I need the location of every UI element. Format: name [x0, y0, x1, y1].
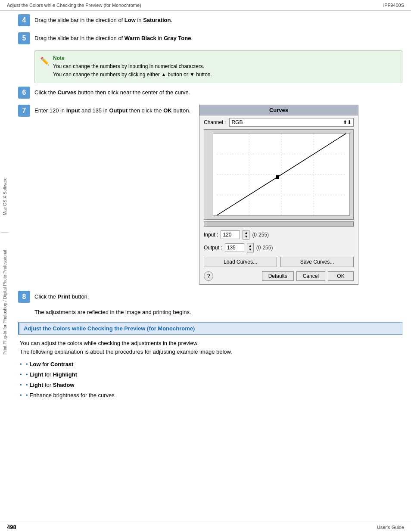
step-7-badge: 7	[18, 105, 30, 117]
left-sidebar: Mac OS X Software Print Plug-In for Phot…	[0, 17, 9, 515]
main-content: 4 Drag the slide bar in the direction of…	[9, 11, 411, 410]
section-intro-2: The following explanation is about the p…	[20, 348, 401, 357]
step-4-bold2: Saturation	[143, 17, 171, 23]
save-curves-button[interactable]: Save Curves...	[280, 257, 354, 267]
step-5-bold2: Gray Tone	[164, 35, 191, 41]
step-4-row: 4 Drag the slide bar in the direction of…	[18, 14, 402, 26]
input-spinner[interactable]: ▲▼	[243, 230, 249, 240]
bullet-item-4: •Enhance brightness for the curves	[20, 391, 401, 400]
ok-button[interactable]: OK	[328, 271, 354, 281]
step-7-bold3: OK	[163, 107, 172, 114]
step-5-bold1: Warm Black	[125, 35, 156, 41]
footer-right: User's Guide	[377, 525, 404, 530]
step-7-right: Curves Channel : RGB ⬆⬇	[199, 105, 358, 285]
step-6-bold1: Curves	[57, 89, 76, 96]
note-box: ✏️ Note You can change the numbers by in…	[34, 50, 402, 83]
section-header: Adjust the Colors while Checking the Pre…	[18, 322, 402, 335]
curves-footer-buttons: Defaults Cancel OK	[262, 271, 354, 281]
input-field[interactable]	[221, 230, 240, 239]
output-label: Output :	[204, 245, 222, 251]
top-bar-right: iPF9400S	[383, 3, 404, 8]
step-7-text: Enter 120 in Input and 135 in Output the…	[34, 105, 190, 115]
bottom-bar: 498 User's Guide	[0, 522, 411, 532]
output-range: (0-255)	[256, 245, 273, 251]
curves-channel-arrow: ⬆⬇	[343, 119, 352, 125]
load-curves-button[interactable]: Load Curves...	[204, 257, 277, 267]
step-8-text: Click the Print button.	[34, 291, 89, 301]
step-5-badge: 5	[18, 32, 30, 44]
output-field[interactable]	[225, 243, 244, 252]
step-8-row: 8 Click the Print button.	[18, 291, 402, 303]
curves-graph-svg	[213, 134, 349, 215]
step-6-badge: 6	[18, 87, 30, 99]
note-content: Note You can change the numbers by input…	[53, 54, 212, 79]
curves-load-save-row: Load Curves... Save Curves...	[199, 254, 358, 270]
input-range: (0-255)	[252, 232, 269, 238]
step-7-left: 7 Enter 120 in Input and 135 in Output t…	[18, 105, 190, 123]
note-icon: ✏️	[40, 55, 50, 68]
curves-input-row: Input : ▲▼ (0-255)	[199, 228, 358, 241]
curves-dialog: Curves Channel : RGB ⬆⬇	[199, 105, 358, 285]
top-bar-left: Adjust the Colors while Checking the Pre…	[7, 3, 141, 8]
curves-graph-area[interactable]	[204, 129, 354, 220]
curves-channel-row: Channel : RGB ⬆⬇	[199, 115, 358, 129]
curves-channel-value: RGB	[231, 119, 243, 125]
step-6-text: Click the Curves button then click near …	[34, 87, 190, 97]
bullet-list: •Low for Contrast •Light for Highlight •…	[20, 360, 401, 400]
bullet-item-1: •Low for Contrast	[20, 360, 401, 369]
curves-channel-label: Channel :	[204, 119, 226, 125]
section-body: You can adjust the colors while checking…	[18, 339, 402, 400]
step-7-bold2: Output	[109, 107, 128, 114]
step-7-bold1: Input	[66, 107, 80, 114]
step-8-subtext: The adjustments are reflected in the ima…	[34, 309, 402, 315]
curves-graph-inner	[213, 133, 350, 216]
sidebar-divider	[1, 232, 9, 233]
step-4-bold1: Low	[125, 17, 136, 23]
curves-output-row: Output : ▲▼ (0-255)	[199, 241, 358, 254]
sidebar-text-1: Mac OS X Software	[3, 177, 7, 215]
step-5-text: Drag the slide bar in the direction of W…	[34, 32, 193, 43]
help-button[interactable]: ?	[204, 271, 213, 281]
defaults-button[interactable]: Defaults	[262, 271, 294, 281]
curves-channel-select[interactable]: RGB ⬆⬇	[229, 118, 354, 127]
input-label: Input :	[204, 232, 218, 238]
step-7-layout: 7 Enter 120 in Input and 135 in Output t…	[18, 105, 402, 285]
step-8-bold1: Print	[57, 293, 70, 300]
step-7-row: 7 Enter 120 in Input and 135 in Output t…	[18, 105, 190, 117]
step-5-row: 5 Drag the slide bar in the direction of…	[18, 32, 402, 44]
note-line-2: You can change the numbers by clicking e…	[53, 71, 212, 79]
svg-rect-6	[276, 175, 279, 179]
curves-title-bar: Curves	[199, 105, 358, 115]
section-intro-1: You can adjust the colors while checking…	[20, 339, 401, 348]
note-line-1: You can change the numbers by inputting …	[53, 62, 212, 71]
bottom-section: Adjust the Colors while Checking the Pre…	[18, 322, 402, 400]
output-spinner[interactable]: ▲▼	[247, 243, 254, 252]
note-label: Note	[53, 55, 65, 61]
step-4-badge: 4	[18, 14, 30, 26]
bullet-item-2: •Light for Highlight	[20, 370, 401, 380]
curves-scrollbar[interactable]	[204, 221, 354, 227]
sidebar-text-2: Print Plug-In for Photoshop / Digital Ph…	[3, 250, 7, 355]
cancel-button[interactable]: Cancel	[296, 271, 325, 281]
step-6-row: 6 Click the Curves button then click nea…	[18, 87, 402, 99]
top-bar: Adjust the Colors while Checking the Pre…	[0, 0, 411, 11]
bullet-item-3: •Light for Shadow	[20, 381, 401, 390]
step-8-badge: 8	[18, 291, 30, 303]
page-number: 498	[7, 524, 16, 530]
curves-footer-row: ? Defaults Cancel OK	[199, 270, 358, 284]
step-4-text: Drag the slide bar in the direction of L…	[34, 14, 172, 25]
